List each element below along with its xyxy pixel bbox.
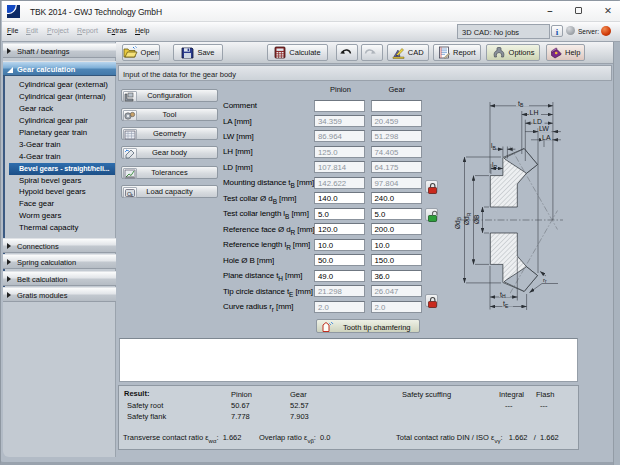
svg-text:LW: LW	[539, 125, 549, 132]
svg-text:LH: LH	[530, 109, 539, 116]
svg-text:lB: lB	[491, 142, 496, 151]
svg-text:ØdB: ØdB	[454, 216, 463, 229]
svg-text:rr: rr	[543, 277, 547, 284]
svg-text:LD: LD	[533, 118, 542, 125]
svg-text:LA: LA	[542, 134, 551, 141]
svg-text:lR: lR	[492, 161, 497, 170]
svg-text:ØB: ØB	[473, 215, 480, 224]
